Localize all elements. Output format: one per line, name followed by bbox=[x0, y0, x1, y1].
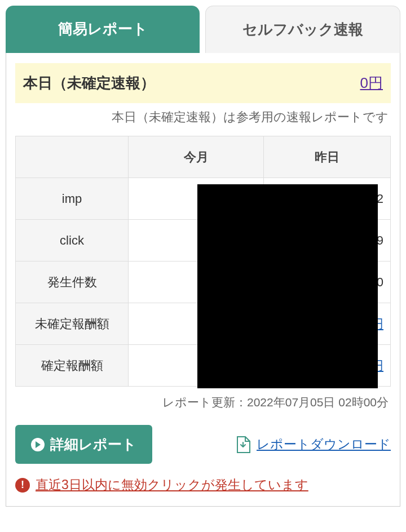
col-header-yesterday: 昨日 bbox=[264, 136, 391, 178]
row-label-unconfirmed: 未確定報酬額 bbox=[16, 303, 129, 345]
cell-confirmed-month bbox=[129, 345, 264, 387]
cell-unconfirmed-month bbox=[129, 303, 264, 345]
cell-click-month bbox=[129, 220, 264, 261]
table-row: 未確定報酬額 円 bbox=[16, 303, 391, 345]
today-bar: 本日（未確定速報） 0円 bbox=[15, 63, 391, 103]
row-label-confirmed: 確定報酬額 bbox=[16, 345, 129, 387]
tab-simple-report[interactable]: 簡易レポート bbox=[6, 6, 200, 53]
cell-unconfirmed-yesterday[interactable]: 円 bbox=[264, 303, 391, 345]
today-note: 本日（未確定速報）は参考用の速報レポートです bbox=[17, 109, 389, 126]
cell-imp-month bbox=[129, 178, 264, 220]
alert-icon: ! bbox=[15, 478, 30, 493]
detail-report-button-label: 詳細レポート bbox=[50, 435, 136, 454]
file-download-icon bbox=[235, 436, 251, 454]
row-label-click: click bbox=[16, 220, 129, 261]
cell-imp-yesterday: 92 bbox=[264, 178, 391, 220]
tab-selfback[interactable]: セルフバック速報 bbox=[205, 6, 400, 53]
updated-prefix: レポート更新： bbox=[162, 396, 247, 409]
cell-occur-yesterday: 0 bbox=[264, 261, 391, 303]
table-row: click 49 bbox=[16, 220, 391, 261]
report-panel: 本日（未確定速報） 0円 本日（未確定速報）は参考用の速報レポートです 今月 昨… bbox=[6, 53, 400, 507]
col-header-blank bbox=[16, 136, 129, 178]
tab-selfback-label: セルフバック速報 bbox=[242, 21, 363, 38]
row-label-occur: 発生件数 bbox=[16, 261, 129, 303]
cell-click-yesterday: 49 bbox=[264, 220, 391, 261]
report-download-link-label: レポートダウンロード bbox=[257, 436, 391, 453]
col-header-month: 今月 bbox=[129, 136, 264, 178]
tab-simple-report-label: 簡易レポート bbox=[58, 20, 148, 37]
report-download-link[interactable]: レポートダウンロード bbox=[235, 436, 391, 454]
row-label-imp: imp bbox=[16, 178, 129, 220]
alert-text: 直近3日以内に無効クリックが発生しています bbox=[36, 476, 308, 494]
detail-report-button[interactable]: 詳細レポート bbox=[15, 425, 152, 464]
cell-occur-month bbox=[129, 261, 264, 303]
cell-confirmed-yesterday[interactable]: 円 bbox=[264, 345, 391, 387]
updated-value: 2022年07月05日 02時00分 bbox=[247, 396, 389, 409]
invalid-click-alert[interactable]: ! 直近3日以内に無効クリックが発生しています bbox=[15, 476, 391, 494]
chevron-right-circle-icon bbox=[31, 438, 45, 451]
table-row: 確定報酬額 円 bbox=[16, 345, 391, 387]
table-row: imp 92 bbox=[16, 178, 391, 220]
report-table: 今月 昨日 imp 92 click 49 発生件数 0 bbox=[15, 136, 391, 387]
today-amount-link[interactable]: 0円 bbox=[360, 73, 383, 93]
today-title: 本日（未確定速報） bbox=[23, 73, 155, 93]
table-row: 発生件数 0 bbox=[16, 261, 391, 303]
updated-line: レポート更新：2022年07月05日 02時00分 bbox=[17, 394, 389, 410]
